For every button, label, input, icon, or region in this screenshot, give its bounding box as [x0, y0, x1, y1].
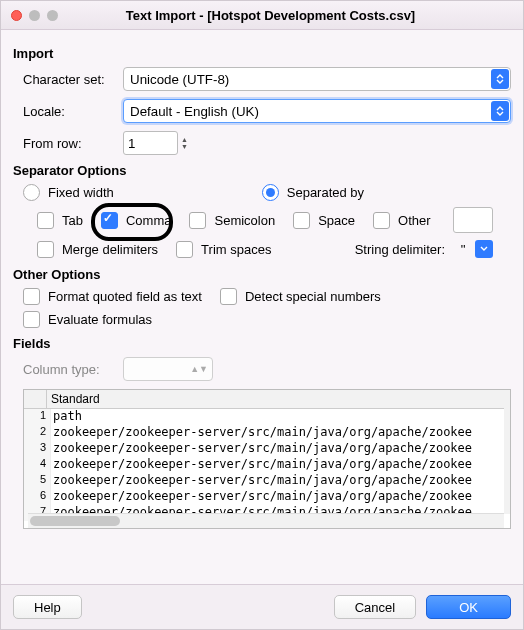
vertical-scrollbar[interactable] — [504, 406, 510, 514]
column-header[interactable]: Standard — [47, 390, 510, 408]
string-delimiter-input[interactable] — [453, 239, 473, 259]
row-number: 2 — [24, 425, 51, 441]
space-label: Space — [318, 213, 355, 228]
ok-button[interactable]: OK — [426, 595, 511, 619]
scroll-thumb[interactable] — [30, 516, 120, 526]
chevron-down-icon[interactable] — [475, 240, 493, 258]
format-quoted-label: Format quoted field as text — [48, 289, 202, 304]
preview-table[interactable]: Standard 1path2zookeeper/zookeeper-serve… — [23, 389, 511, 529]
row-number: 6 — [24, 489, 51, 505]
merge-delimiters-label: Merge delimiters — [62, 242, 158, 257]
table-row[interactable]: 1path — [24, 409, 510, 425]
horizontal-scrollbar[interactable] — [28, 513, 504, 528]
evaluate-formulas-label: Evaluate formulas — [48, 312, 152, 327]
fixed-width-label: Fixed width — [48, 185, 114, 200]
evaluate-formulas-checkbox[interactable] — [23, 311, 40, 328]
semicolon-checkbox[interactable] — [189, 212, 206, 229]
space-checkbox[interactable] — [293, 212, 310, 229]
table-cell: zookeeper/zookeeper-server/src/main/java… — [51, 441, 510, 457]
trim-spaces-checkbox[interactable] — [176, 241, 193, 258]
stepper-buttons[interactable]: ▲▼ — [181, 131, 195, 155]
chevron-updown-icon — [491, 69, 509, 89]
chevron-updown-icon — [491, 101, 509, 121]
row-from-row: From row: ▲▼ — [23, 131, 511, 155]
section-separator-title: Separator Options — [13, 163, 511, 178]
semicolon-label: Semicolon — [214, 213, 275, 228]
titlebar: Text Import - [Hotspot Development Costs… — [1, 1, 523, 30]
locale-select[interactable]: Default - English (UK) — [123, 99, 511, 123]
column-type-label: Column type: — [23, 362, 123, 377]
row-number: 4 — [24, 457, 51, 473]
other-separator-input[interactable] — [453, 207, 493, 233]
from-row-label: From row: — [23, 136, 123, 151]
row-number: 5 — [24, 473, 51, 489]
from-row-stepper[interactable] — [123, 131, 178, 155]
comma-checkbox[interactable] — [101, 212, 118, 229]
dialog-window: Text Import - [Hotspot Development Costs… — [0, 0, 524, 630]
section-other-title: Other Options — [13, 267, 511, 282]
table-row[interactable]: 2zookeeper/zookeeper-server/src/main/jav… — [24, 425, 510, 441]
table-row[interactable]: 5zookeeper/zookeeper-server/src/main/jav… — [24, 473, 510, 489]
row-number: 1 — [24, 409, 51, 425]
table-cell: zookeeper/zookeeper-server/src/main/java… — [51, 425, 510, 441]
comma-label: Comma — [126, 213, 172, 228]
table-cell: zookeeper/zookeeper-server/src/main/java… — [51, 489, 510, 505]
dialog-footer: Help Cancel OK — [1, 584, 523, 629]
merge-delimiters-checkbox[interactable] — [37, 241, 54, 258]
detect-special-label: Detect special numbers — [245, 289, 381, 304]
tab-checkbox[interactable] — [37, 212, 54, 229]
cancel-button[interactable]: Cancel — [334, 595, 416, 619]
table-row[interactable]: 3zookeeper/zookeeper-server/src/main/jav… — [24, 441, 510, 457]
row-number: 3 — [24, 441, 51, 457]
help-button[interactable]: Help — [13, 595, 82, 619]
charset-select[interactable]: Unicode (UTF-8) — [123, 67, 511, 91]
table-row[interactable]: 4zookeeper/zookeeper-server/src/main/jav… — [24, 457, 510, 473]
column-type-select[interactable]: ▲▼ — [123, 357, 213, 381]
window-title: Text Import - [Hotspot Development Costs… — [18, 8, 523, 23]
trim-spaces-label: Trim spaces — [201, 242, 271, 257]
table-cell: path — [51, 409, 510, 425]
row-charset: Character set: Unicode (UTF-8) — [23, 67, 511, 91]
table-row[interactable]: 6zookeeper/zookeeper-server/src/main/jav… — [24, 489, 510, 505]
other-label: Other — [398, 213, 431, 228]
string-delimiter-label: String delimiter: — [355, 242, 445, 257]
table-cell: zookeeper/zookeeper-server/src/main/java… — [51, 473, 510, 489]
separated-by-label: Separated by — [287, 185, 364, 200]
separated-by-radio[interactable] — [262, 184, 279, 201]
detect-special-checkbox[interactable] — [220, 288, 237, 305]
section-import-title: Import — [13, 46, 511, 61]
fixed-width-radio[interactable] — [23, 184, 40, 201]
format-quoted-checkbox[interactable] — [23, 288, 40, 305]
row-locale: Locale: Default - English (UK) — [23, 99, 511, 123]
table-cell: zookeeper/zookeeper-server/src/main/java… — [51, 457, 510, 473]
charset-label: Character set: — [23, 72, 123, 87]
locale-label: Locale: — [23, 104, 123, 119]
tab-label: Tab — [62, 213, 83, 228]
dialog-content: Import Character set: Unicode (UTF-8) Lo… — [1, 30, 523, 579]
other-checkbox[interactable] — [373, 212, 390, 229]
section-fields-title: Fields — [13, 336, 511, 351]
